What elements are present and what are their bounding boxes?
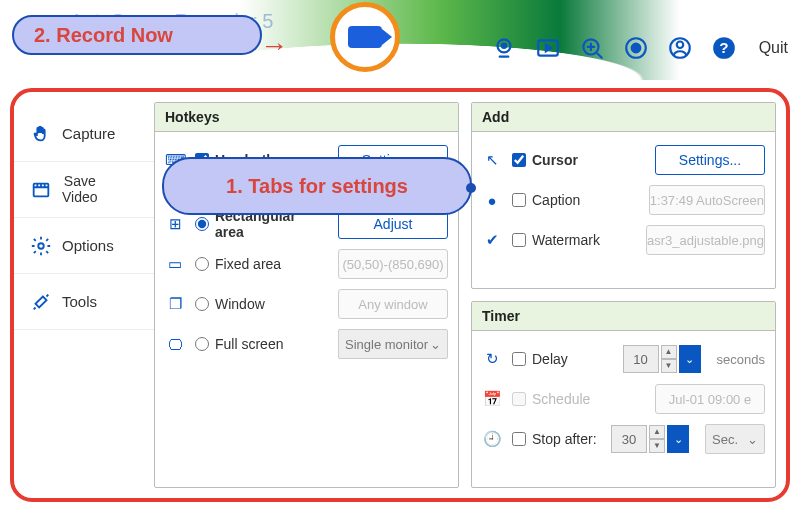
history-icon: ↻ bbox=[482, 350, 502, 368]
main-panel: Capture SaveVideo Options Tools Hotkeys … bbox=[10, 88, 790, 502]
svg-point-11 bbox=[38, 243, 44, 249]
spin-down-icon[interactable]: ▼ bbox=[649, 439, 665, 453]
stop-unit-select[interactable]: Sec.⌄ bbox=[705, 424, 765, 454]
record-button[interactable] bbox=[330, 2, 400, 72]
svg-point-7 bbox=[676, 42, 683, 49]
cursor-icon: ↖ bbox=[482, 151, 502, 169]
schedule-checkbox[interactable]: Schedule bbox=[512, 391, 645, 407]
cursor-settings-button[interactable]: Settings... bbox=[655, 145, 765, 175]
fixed-area-value: (50,50)-(850,690) bbox=[338, 249, 448, 279]
tab-label: SaveVideo bbox=[62, 174, 98, 205]
content-area: Hotkeys ⌨ Use hotkeys Settings... Screen… bbox=[154, 102, 776, 488]
stop-spinner[interactable]: 30 ▲▼ ⌄ bbox=[611, 425, 689, 453]
panel-title: Hotkeys bbox=[155, 103, 458, 132]
checkmark-icon: ✔ bbox=[482, 231, 502, 249]
header: AutoScreenRecorder 5 2. Record Now → ? Q… bbox=[0, 0, 800, 80]
panel-add: Add ↖ Cursor Settings... ● Caption 1:37:… bbox=[471, 102, 776, 289]
windows-icon: ❐ bbox=[165, 295, 185, 313]
cursor-checkbox[interactable]: Cursor bbox=[512, 152, 645, 168]
zoom-icon[interactable] bbox=[579, 35, 605, 61]
delay-spinner[interactable]: 10 ▲▼ ⌄ bbox=[623, 345, 701, 373]
panel-title: Timer bbox=[472, 302, 775, 331]
delay-unit: seconds bbox=[717, 352, 765, 367]
gear-icon bbox=[30, 235, 52, 257]
calendar-icon: 📅 bbox=[482, 390, 502, 408]
schedule-value: Jul-01 09:00 e bbox=[655, 384, 765, 414]
callout-handle-icon bbox=[466, 183, 476, 193]
spin-down-icon[interactable]: ▼ bbox=[661, 359, 677, 373]
delay-checkbox[interactable]: Delay bbox=[512, 351, 613, 367]
record-dot-icon[interactable] bbox=[623, 35, 649, 61]
chevron-down-icon[interactable]: ⌄ bbox=[679, 345, 701, 373]
quit-button[interactable]: Quit bbox=[755, 39, 788, 57]
panel-timer: Timer ↻ Delay 10 ▲▼ ⌄ seconds 📅 Schedule… bbox=[471, 301, 776, 488]
window-value: Any window bbox=[338, 289, 448, 319]
watermark-value: asr3_adjustable.png bbox=[646, 225, 765, 255]
callout-record-now: 2. Record Now bbox=[12, 15, 262, 55]
fullscreen-radio[interactable]: Full screen bbox=[195, 336, 328, 352]
tab-label: Options bbox=[62, 237, 114, 254]
help-icon[interactable]: ? bbox=[711, 35, 737, 61]
play-icon[interactable] bbox=[535, 35, 561, 61]
callout-tabs-text: 1. Tabs for settings bbox=[226, 175, 408, 198]
spin-up-icon[interactable]: ▲ bbox=[661, 345, 677, 359]
spin-up-icon[interactable]: ▲ bbox=[649, 425, 665, 439]
expand-icon: ⊞ bbox=[165, 215, 185, 233]
chevron-down-icon[interactable]: ⌄ bbox=[667, 425, 689, 453]
tab-label: Capture bbox=[62, 125, 115, 142]
chevron-down-icon: ⌄ bbox=[747, 432, 758, 447]
watermark-checkbox[interactable]: Watermark bbox=[512, 232, 636, 248]
tab-label: Tools bbox=[62, 293, 97, 310]
hand-icon bbox=[30, 123, 52, 145]
tab-capture[interactable]: Capture bbox=[14, 106, 154, 162]
panel-title: Add bbox=[472, 103, 775, 132]
camera-icon bbox=[348, 26, 382, 48]
tab-save-video[interactable]: SaveVideo bbox=[14, 162, 154, 218]
svg-point-5 bbox=[631, 44, 640, 53]
tab-options[interactable]: Options bbox=[14, 218, 154, 274]
callout-record-now-text: 2. Record Now bbox=[34, 24, 173, 47]
top-toolbar: ? Quit bbox=[491, 35, 788, 61]
svg-text:?: ? bbox=[719, 39, 728, 56]
rect-icon: ▭ bbox=[165, 255, 185, 273]
user-icon[interactable] bbox=[667, 35, 693, 61]
stop-after-checkbox[interactable]: Stop after: bbox=[512, 431, 601, 447]
monitor-icon: 🖵 bbox=[165, 336, 185, 353]
caption-checkbox[interactable]: Caption bbox=[512, 192, 639, 208]
callout-tabs-settings: 1. Tabs for settings bbox=[162, 157, 472, 215]
globe-icon: ● bbox=[482, 192, 502, 209]
svg-point-1 bbox=[501, 44, 505, 48]
arrow-icon: → bbox=[260, 30, 288, 62]
clock-icon: 🕘 bbox=[482, 430, 502, 448]
film-icon bbox=[30, 179, 52, 201]
monitor-select[interactable]: Single monitor⌄ bbox=[338, 329, 448, 359]
tab-tools[interactable]: Tools bbox=[14, 274, 154, 330]
webcam-icon[interactable] bbox=[491, 35, 517, 61]
fixed-area-radio[interactable]: Fixed area bbox=[195, 256, 328, 272]
chevron-down-icon: ⌄ bbox=[430, 337, 441, 352]
window-radio[interactable]: Window bbox=[195, 296, 328, 312]
tools-icon bbox=[30, 291, 52, 313]
sidebar: Capture SaveVideo Options Tools bbox=[14, 102, 154, 488]
caption-value: 1:37:49 AutoScreen bbox=[649, 185, 765, 215]
